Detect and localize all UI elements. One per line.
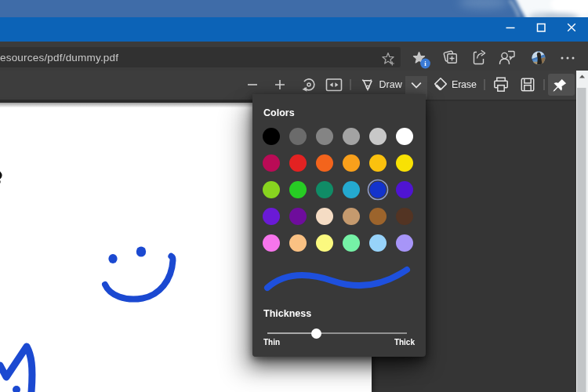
svg-text:Draw: Draw (379, 79, 403, 90)
svg-text:Erase: Erase (452, 79, 477, 90)
